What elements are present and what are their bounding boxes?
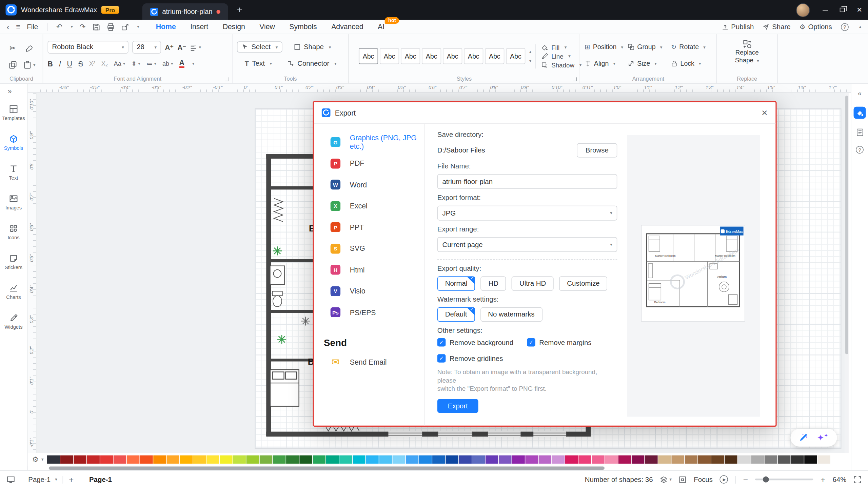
style-preview[interactable]: Abc bbox=[401, 48, 420, 64]
menu-tab[interactable]: Home bbox=[156, 23, 176, 31]
color-swatch[interactable] bbox=[552, 455, 565, 464]
collapse-panel-icon[interactable]: « bbox=[858, 89, 862, 97]
print-icon[interactable] bbox=[106, 23, 114, 31]
font-size-select[interactable]: 28▾ bbox=[132, 41, 161, 54]
horizontal-ruler[interactable]: -0'6"-0'5"-0'4"-0'3"-0'2"-0'1"0'0'1"0'2"… bbox=[28, 84, 851, 93]
export-range-select[interactable]: Current page ▾ bbox=[437, 237, 617, 252]
italic-icon[interactable]: I bbox=[59, 59, 61, 67]
align-button[interactable]: Align▾ bbox=[585, 60, 626, 67]
menu-tab[interactable]: View bbox=[259, 23, 275, 31]
style-preview[interactable]: Abc bbox=[464, 48, 483, 64]
color-swatch[interactable] bbox=[698, 455, 711, 464]
color-swatch[interactable] bbox=[206, 455, 219, 464]
page-selector[interactable]: Page-1 ▾ bbox=[28, 475, 57, 483]
styles-dialog-launcher-icon[interactable] bbox=[573, 77, 577, 81]
color-swatch[interactable] bbox=[658, 455, 671, 464]
page-tab[interactable]: Page-1 bbox=[89, 475, 112, 483]
save-icon[interactable] bbox=[92, 23, 100, 31]
palette-settings-gear-icon[interactable]: ⚙ bbox=[32, 455, 39, 464]
color-swatch[interactable] bbox=[618, 455, 631, 464]
color-swatch[interactable] bbox=[725, 455, 737, 464]
font-dialog-launcher-icon[interactable] bbox=[225, 77, 229, 81]
outline-panel-icon[interactable] bbox=[855, 128, 864, 136]
export-format-option[interactable]: V Visio bbox=[314, 281, 424, 302]
decrease-font-icon[interactable]: A⁻ bbox=[177, 43, 186, 51]
color-swatch[interactable] bbox=[87, 455, 100, 464]
color-swatch[interactable] bbox=[100, 455, 113, 464]
options-button[interactable]: ⚙ Options bbox=[800, 23, 832, 31]
color-swatch[interactable] bbox=[60, 455, 73, 464]
add-page-button[interactable]: + bbox=[69, 475, 74, 484]
style-preview[interactable]: Abc bbox=[506, 48, 525, 64]
color-swatch[interactable] bbox=[140, 455, 153, 464]
normal-view-icon[interactable] bbox=[7, 475, 15, 483]
menu-tab[interactable]: AI hot bbox=[378, 23, 384, 31]
increase-font-icon[interactable]: A⁺ bbox=[165, 43, 174, 51]
replace-shape-icon[interactable] bbox=[743, 40, 751, 48]
copy-icon[interactable] bbox=[8, 61, 17, 69]
color-swatch[interactable] bbox=[777, 455, 790, 464]
edrawmax-logo-icon[interactable] bbox=[5, 4, 17, 16]
format-painter-icon[interactable] bbox=[25, 44, 33, 52]
color-swatch[interactable] bbox=[685, 455, 697, 464]
settings-checkbox[interactable]: ✓ Remove background bbox=[437, 338, 516, 346]
sidebar-item[interactable]: Widgets bbox=[0, 307, 27, 337]
settings-checkbox[interactable]: ✓ Remove margins bbox=[527, 338, 606, 346]
settings-checkbox[interactable]: ✓ Remove gridlines bbox=[437, 354, 516, 362]
vertical-scrollbar[interactable] bbox=[845, 93, 848, 453]
export-format-option[interactable]: P PDF bbox=[314, 153, 424, 174]
menu-tab[interactable]: Insert bbox=[190, 23, 208, 31]
color-swatch[interactable] bbox=[113, 455, 126, 464]
sidebar-item[interactable]: Images bbox=[0, 187, 27, 217]
file-menu[interactable]: File bbox=[27, 23, 38, 31]
document-tab[interactable]: atrium-floor-plan bbox=[142, 3, 228, 20]
help-icon[interactable]: ? bbox=[841, 23, 849, 31]
export-format-option[interactable]: G Graphics (PNG, JPG etc.) bbox=[314, 131, 424, 153]
sidebar-item[interactable]: Charts bbox=[0, 277, 27, 307]
export-format-select[interactable]: JPG ▾ bbox=[437, 206, 617, 221]
dialog-close-icon[interactable]: ✕ bbox=[761, 108, 768, 117]
maximize-button[interactable] bbox=[834, 0, 851, 20]
color-swatch[interactable] bbox=[273, 455, 285, 464]
color-swatch[interactable] bbox=[74, 455, 86, 464]
export-button[interactable]: Export bbox=[437, 399, 478, 413]
select-tool[interactable]: Select▾ bbox=[237, 41, 282, 53]
minimize-button[interactable] bbox=[816, 0, 834, 20]
font-color-icon[interactable]: A bbox=[179, 59, 184, 68]
group-button[interactable]: Group▾ bbox=[628, 43, 669, 51]
color-swatch[interactable] bbox=[831, 455, 844, 464]
color-swatch[interactable] bbox=[166, 455, 179, 464]
color-swatch[interactable] bbox=[406, 455, 418, 464]
font-family-select[interactable]: Roboto Black▾ bbox=[47, 41, 128, 54]
color-swatch[interactable] bbox=[525, 455, 538, 464]
position-button[interactable]: ⊞Position▾ bbox=[585, 43, 626, 51]
color-swatch[interactable] bbox=[631, 455, 644, 464]
paste-icon[interactable]: ▾ bbox=[23, 61, 36, 69]
color-swatch[interactable] bbox=[153, 455, 166, 464]
publish-button[interactable]: Publish bbox=[722, 23, 754, 31]
color-swatch[interactable] bbox=[339, 455, 352, 464]
zoom-out-icon[interactable]: − bbox=[743, 475, 748, 484]
color-swatch[interactable] bbox=[233, 455, 246, 464]
color-swatch[interactable] bbox=[711, 455, 724, 464]
zoom-slider-knob[interactable] bbox=[763, 476, 769, 483]
collapse-ribbon-icon[interactable]: ▴ bbox=[859, 24, 862, 29]
color-swatch[interactable] bbox=[220, 455, 233, 464]
ai-sparkles-icon[interactable]: ✦✦ bbox=[817, 433, 828, 443]
superscript-icon[interactable]: X² bbox=[89, 60, 95, 67]
color-swatch[interactable] bbox=[299, 455, 312, 464]
line-spacing-icon[interactable]: ⇕▾ bbox=[131, 60, 140, 67]
color-swatch[interactable] bbox=[459, 455, 472, 464]
lock-button[interactable]: Lock▾ bbox=[671, 60, 712, 67]
quality-option[interactable]: HD bbox=[481, 276, 506, 290]
color-swatch[interactable] bbox=[326, 455, 339, 464]
style-preview[interactable]: Abc bbox=[443, 48, 462, 64]
file-name-input[interactable] bbox=[437, 174, 617, 189]
color-swatch[interactable] bbox=[472, 455, 485, 464]
sidebar-item[interactable]: Stickers bbox=[0, 247, 27, 277]
share-export-icon[interactable] bbox=[121, 23, 129, 31]
quality-option[interactable]: Normal bbox=[437, 276, 475, 290]
color-swatch[interactable] bbox=[392, 455, 405, 464]
undo-chevron-icon[interactable]: ▾ bbox=[71, 24, 73, 29]
vertical-scrollbar-thumb[interactable] bbox=[845, 96, 848, 354]
